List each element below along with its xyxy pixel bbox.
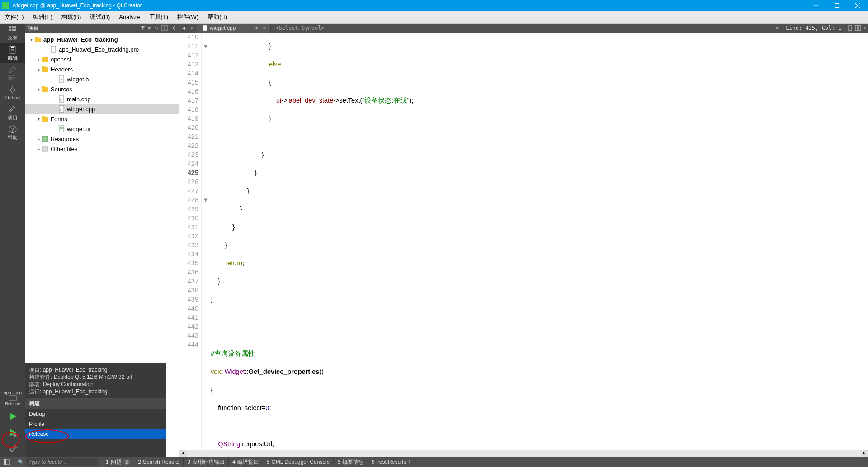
output-tab-tests[interactable]: 8 Test Results ÷ <box>368 457 415 467</box>
svg-rect-3 <box>14 26 16 28</box>
chevron-down-icon[interactable]: ▾ <box>35 87 42 92</box>
target-selector[interactable]: app…ing Release <box>0 387 25 408</box>
horizontal-scrollbar[interactable]: ◄ ► <box>179 450 868 457</box>
menu-tools[interactable]: 工具(T) <box>145 11 173 23</box>
popup-kit-key: 构建套件: <box>29 374 54 380</box>
tree-widget-h-label: widget.h <box>67 76 89 83</box>
svg-rect-6 <box>14 28 16 31</box>
tree-root[interactable]: ▾ app_Huawei_Eco_tracking <box>25 34 179 44</box>
build-opt-release[interactable]: Release <box>25 429 166 439</box>
locator[interactable]: 🔍 Type to locate ... <box>14 457 102 467</box>
tree-main-cpp[interactable]: c+ main.cpp <box>25 94 179 104</box>
chevron-icon: ÷ <box>408 459 411 465</box>
menu-help[interactable]: 帮助(H) <box>203 11 232 23</box>
run-debug-button[interactable] <box>0 425 25 441</box>
popup-deploy-key: 部署: <box>29 381 43 387</box>
scroll-right-button[interactable]: ► <box>861 450 868 457</box>
menu-build[interactable]: 构建(B) <box>57 11 85 23</box>
svg-rect-49 <box>859 25 861 31</box>
tree-other[interactable]: ▸ Other files <box>25 144 179 154</box>
code-editor[interactable]: 4104114124134144154164174184194204214224… <box>179 33 868 450</box>
output-tab-app-output[interactable]: 3 应用程序输出 <box>184 457 229 467</box>
build-button[interactable] <box>0 441 25 457</box>
split-dropdown-icon[interactable]: ▾ <box>864 26 866 30</box>
symbol-dropdown-icon[interactable]: ▾ <box>776 25 778 31</box>
bookmark-icon[interactable] <box>847 25 853 31</box>
mode-design[interactable]: 设计 <box>0 63 25 83</box>
mode-welcome[interactable]: 欢迎 <box>0 24 25 43</box>
locator-input[interactable]: Type to locate ... <box>26 458 98 466</box>
menu-analyze[interactable]: Analyze <box>114 11 144 23</box>
play-icon <box>8 412 17 421</box>
filter-icon[interactable] <box>140 25 146 31</box>
grid-icon <box>9 26 17 34</box>
tree-other-label: Other files <box>51 146 77 152</box>
build-opt-profile[interactable]: Profile <box>25 419 166 429</box>
header-file-icon: h <box>58 75 65 83</box>
symbol-selector[interactable]: <Select Symbol> <box>271 25 776 31</box>
file-tab-label: widget.cpp <box>210 25 236 31</box>
tab-num: 8 <box>372 459 375 465</box>
output-tab-issues[interactable]: 1 问题 2 <box>102 457 134 467</box>
svg-rect-35 <box>42 86 45 88</box>
menu-file[interactable]: 文件(F) <box>0 11 28 23</box>
tree-sources[interactable]: ▾ Sources <box>25 84 179 94</box>
dropdown-icon[interactable]: ▼ <box>147 26 151 31</box>
menu-bar: 文件(F) 编辑(E) 构建(B) 调试(D) Analyze 工具(T) 控件… <box>0 11 868 24</box>
menu-widgets[interactable]: 控件(W) <box>173 11 203 23</box>
search-icon: 🔍 <box>18 459 24 465</box>
chevron-down-icon[interactable]: ▾ <box>35 67 42 72</box>
toggle-sidebar-button[interactable] <box>0 457 14 467</box>
tree-widget-h[interactable]: h widget.h <box>25 74 179 84</box>
tree-openssl-label: openssl <box>51 56 71 63</box>
tree-forms[interactable]: ▾ Forms <box>25 114 179 124</box>
chevron-down-icon[interactable]: ▾ <box>35 117 42 122</box>
nav-back-button[interactable]: ◄ <box>179 25 188 31</box>
mode-help[interactable]: ? 帮助 <box>0 123 25 143</box>
scroll-left-button[interactable]: ◄ <box>179 450 186 457</box>
menu-edit[interactable]: 编辑(E) <box>28 11 57 23</box>
tab-num: 1 <box>106 459 109 465</box>
mode-debug[interactable]: Debug <box>0 83 25 103</box>
link-icon[interactable] <box>153 25 160 31</box>
close-button[interactable] <box>847 0 868 11</box>
tab-dropdown-icon[interactable]: ▾ <box>255 25 258 31</box>
play-debug-icon <box>8 428 17 437</box>
maximize-button[interactable] <box>826 0 847 11</box>
chevron-down-icon[interactable]: ▾ <box>28 37 34 42</box>
nav-forward-button[interactable]: ► <box>188 25 197 31</box>
output-tab-qml[interactable]: 5 QML Debugger Console <box>263 457 334 467</box>
svg-text:c+: c+ <box>60 99 63 101</box>
tree-pro-file[interactable]: app_Huawei_Eco_tracking.pro <box>25 44 179 54</box>
run-button[interactable] <box>0 408 25 425</box>
tree-resources[interactable]: ▸ Resources <box>25 134 179 144</box>
output-tab-search[interactable]: 2 Search Results <box>134 457 184 467</box>
tree-openssl[interactable]: ▸ openssl <box>25 54 179 64</box>
build-opt-debug[interactable]: Debug <box>25 409 166 419</box>
file-tab[interactable]: widget.cpp ▾ × <box>197 24 271 33</box>
tree-widget-cpp[interactable]: c+ widget.cpp <box>25 104 179 114</box>
fold-column[interactable]: ▾▾ <box>202 33 210 450</box>
mode-edit[interactable]: 编辑 <box>0 43 25 63</box>
svg-rect-51 <box>4 459 6 465</box>
chevron-right-icon[interactable]: ▸ <box>35 137 42 142</box>
minimize-button[interactable] <box>806 0 826 11</box>
split-icon[interactable] <box>161 25 168 31</box>
tree-headers[interactable]: ▾ Headers <box>25 64 179 74</box>
output-tab-general[interactable]: 6 概要信息 <box>334 457 368 467</box>
split-editor-icon[interactable] <box>855 25 861 31</box>
svg-rect-31 <box>42 66 45 68</box>
menu-debug[interactable]: 调试(D) <box>85 11 114 23</box>
close-tab-icon[interactable]: × <box>263 25 266 31</box>
chevron-right-icon[interactable]: ▸ <box>35 57 42 62</box>
output-tab-compile[interactable]: 4 编译输出 <box>229 457 263 467</box>
mode-design-label: 设计 <box>8 75 18 81</box>
tab-label: Test Results <box>377 459 406 465</box>
svg-point-22 <box>13 433 17 437</box>
scroll-track[interactable] <box>186 450 861 457</box>
tree-widget-ui[interactable]: widget.ui <box>25 124 179 134</box>
close-panel-icon[interactable] <box>170 25 176 31</box>
code-content[interactable]: } else { ui->label_dev_state->setText("设… <box>210 33 868 450</box>
chevron-right-icon[interactable]: ▸ <box>35 146 42 151</box>
mode-projects[interactable]: 项目 <box>0 103 25 123</box>
